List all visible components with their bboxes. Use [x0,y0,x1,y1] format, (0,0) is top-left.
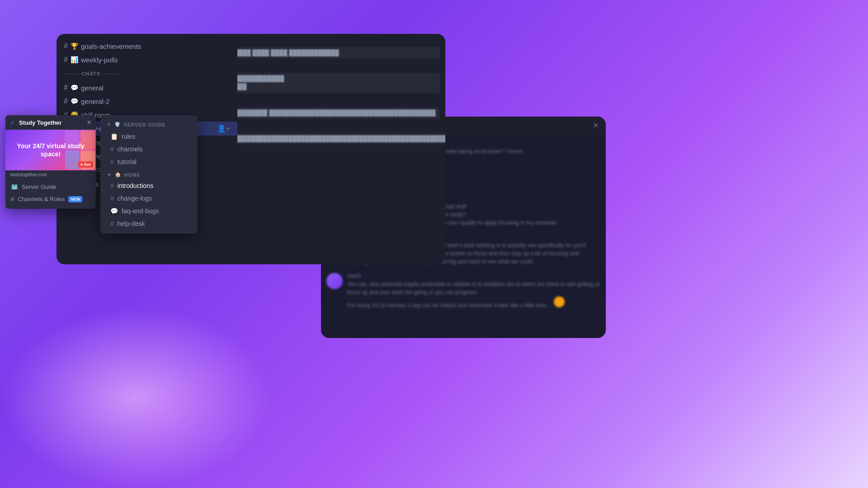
channels-roles-icon: # [11,196,14,202]
hash-icon: # [110,195,114,202]
hash-icon: # [110,158,114,165]
channel-label: goals-achievements [81,42,141,50]
hash-icon: # [110,145,114,153]
hash-icon: # [64,56,68,64]
close-card-button[interactable]: ✕ [87,119,91,126]
section1-label: SERVER GUIDE [124,122,166,127]
dropdown-item-introductions[interactable]: # introductions [100,179,198,192]
add-user-icon[interactable]: 👤+ [217,124,230,133]
message-username: User3 [215,99,440,106]
channels-roles-label: Channels & Roles [18,196,65,202]
dropdown-item-tutorial[interactable]: # tutorial [100,155,198,168]
home-section[interactable]: ▼ 🏠 HOME [100,168,198,179]
message-text: ████████████ ███████████████████████████… [215,107,440,119]
dropdown-item-faq[interactable]: 💬 faq-and-bugs [100,205,198,217]
avatar [326,273,343,289]
item-label: rules [122,133,135,140]
section1-icon: 🛡️ [114,122,121,127]
server-guide-icon: 🗺️ [11,183,18,190]
item-label: change-logs [118,195,152,202]
arrow-icon: ▼ [107,172,112,178]
message-username: User2 [215,65,440,71]
message-content: User1 ████████ ████ ████ ████████████ [215,39,440,59]
channel-item-general2[interactable]: # 💬 general-2 [57,94,237,108]
section2-label: HOME [124,172,141,178]
dropdown-item-changelogs[interactable]: # change-logs [100,192,198,205]
card-tagline: Your 24/7 virtual study space! [5,142,96,158]
card-title: Study Together [19,119,61,126]
message-content: User3 You can, also potential maybe pref… [347,273,600,310]
channel-item-goals[interactable]: # 🏆 goals-achievements [57,39,237,53]
message-content: User3 ████████████ █████████████████████… [215,99,440,119]
message-text: ███████████████████████ [215,73,440,93]
channel-item-general[interactable]: # 💬 general [57,81,237,94]
new-badge: NEW [68,196,82,202]
hash-icon: # [110,220,114,227]
message-text: ████████████████████████████████████████… [215,133,445,145]
message-text: ████████ ████ ████ ████████████ [215,47,440,59]
rules-icon: 📋 [110,133,118,140]
dropdown-item-rules[interactable]: 📋 rules [100,130,198,143]
hash-icon: # [64,42,68,50]
card-url: studytogether.com [5,170,96,179]
right-panel-close[interactable]: ✕ [593,121,599,130]
verified-icon: ✓ [10,119,15,126]
live-badge: ● live [78,161,93,168]
item-label: introductions [118,182,153,189]
chat-emoji: 💬 [71,84,78,91]
item-label: help-desk [118,220,145,227]
channel-item-polls[interactable]: # 📊 weekly-polls [57,53,237,66]
goals-emoji: 🏆 [71,42,78,50]
hash-icon: # [64,97,68,105]
item-label: faq-and-bugs [122,207,159,215]
message-username: User1 [215,39,440,46]
message-content: User4 ██████████████████████████████████… [215,125,445,145]
chat-emoji: 💬 [71,98,78,105]
server-guide-label: Server Guide [22,183,57,190]
server-guide-action[interactable]: 🗺️ Server Guide [10,182,91,192]
card-image: Your 24/7 virtual study space! ● live [5,130,96,170]
home-icon: 🏠 [115,172,122,178]
polls-emoji: 📊 [71,56,78,63]
arrow-icon: ▼ [107,122,112,127]
card-actions: 🗺️ Server Guide # Channels & Roles NEW [5,179,96,209]
message-text: You can, also potential maybe preferable… [347,280,600,310]
channel-label: general [81,84,104,92]
dropdown-item-helpdesk[interactable]: # help-desk [100,217,198,230]
study-together-card: ✓ Study Together ✕ Your 24/7 virtual stu… [5,115,96,209]
card-header: ✓ Study Together ✕ [5,115,96,130]
right-message: User3 You can, also potential maybe pref… [326,273,600,310]
channel-label: weekly-polls [81,56,118,64]
hash-icon: # [64,84,68,92]
message-content: User2 ███████████████████████ [215,65,440,93]
hash-icon: # [110,182,114,189]
channel-label: general-2 [81,98,109,105]
server-guide-dropdown: ▼ 🛡️ SERVER GUIDE 📋 rules # channels # t… [100,115,198,234]
message-name: User3 [347,273,600,278]
dropdown-item-channels[interactable]: # channels [100,143,198,155]
section-label: CHATS [81,71,100,76]
chats-section-divider: CHATS [57,66,237,81]
server-guide-section[interactable]: ▼ 🛡️ SERVER GUIDE [100,119,198,130]
channels-roles-action[interactable]: # Channels & Roles NEW [10,194,91,204]
chat-icon: 💬 [110,207,118,215]
item-label: tutorial [118,158,137,165]
item-label: channels [118,145,143,153]
message-username: User4 [215,125,445,131]
